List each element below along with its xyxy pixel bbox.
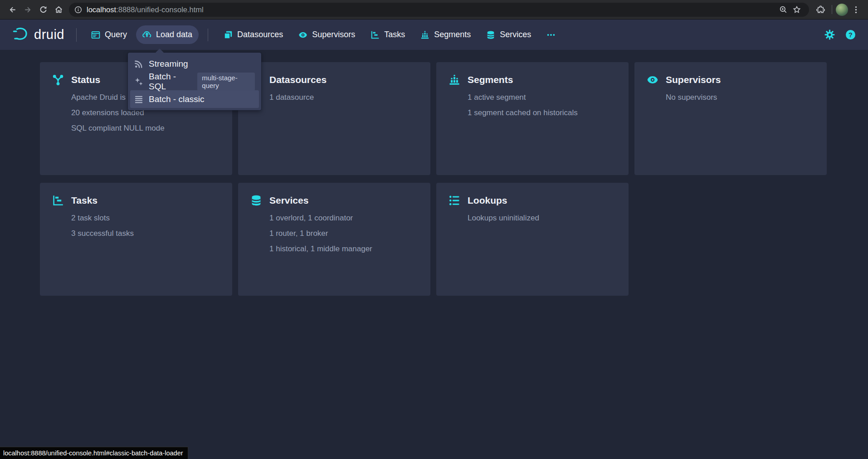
home-icon[interactable]	[51, 2, 66, 17]
card-lines: Lookups uninitialized	[468, 210, 629, 226]
card-title: Tasks	[71, 195, 98, 206]
toolbar-separator	[832, 5, 832, 14]
feed-icon	[134, 59, 143, 68]
menu-item-label: Batch - SQL	[149, 72, 192, 92]
menu-item-batch-sql[interactable]: Batch - SQLmulti-stage-query	[130, 73, 259, 90]
card-line: Lookups uninitialized	[468, 210, 629, 226]
menu-item-label: Streaming	[149, 59, 188, 69]
nav-item-label: Segments	[434, 30, 471, 39]
nav-item-label: Supervisors	[312, 30, 355, 39]
card-line: 1 historical, 1 middle manager	[269, 241, 430, 257]
nav-item-more[interactable]	[540, 26, 562, 44]
card-line: 2 task slots	[71, 210, 232, 226]
card-tasks[interactable]: Tasks2 task slots3 successful tasks	[40, 183, 232, 296]
nav-item-label: Load data	[156, 30, 192, 39]
database-icon	[250, 195, 262, 206]
nav-item-tasks[interactable]: Tasks	[364, 25, 411, 44]
status-graph-icon	[52, 74, 64, 86]
layers-icon	[224, 30, 233, 39]
nav-item-query[interactable]: Query	[85, 25, 133, 44]
link-status-bubble: localhost:8888/unified-console.html#clas…	[0, 447, 188, 459]
card-title: Segments	[468, 74, 513, 85]
nav-item-datasources[interactable]: Datasources	[217, 25, 289, 44]
card-lines: 1 overlord, 1 coordinator1 router, 1 bro…	[269, 210, 430, 257]
app-navbar: druid QueryLoad dataDatasourcesSuperviso…	[0, 20, 868, 50]
eye-icon	[647, 74, 658, 86]
url-host: localhost	[87, 5, 116, 14]
nav-item-label: Tasks	[384, 30, 405, 39]
menu-item-batch-classic[interactable]: Batch - classic	[130, 90, 259, 108]
forward-icon[interactable]	[20, 2, 35, 17]
browser-toolbar: localhost:8888/unified-console.html	[0, 0, 868, 20]
card-title: Supervisors	[666, 74, 721, 85]
card-services[interactable]: Services1 overlord, 1 coordinator1 route…	[238, 183, 430, 296]
nav-item-services[interactable]: Services	[480, 25, 537, 44]
card-header: Services	[238, 183, 430, 206]
menu-item-streaming[interactable]: Streaming	[130, 55, 259, 73]
card-line: 1 active segment	[468, 90, 629, 105]
druid-brand[interactable]: druid	[11, 25, 64, 44]
nav-item-label: Query	[105, 30, 127, 39]
navbar-items: QueryLoad dataDatasourcesSupervisorsTask…	[85, 25, 562, 44]
druid-logo-icon	[11, 25, 30, 44]
card-header: Supervisors	[634, 62, 827, 86]
brand-separator	[76, 28, 77, 42]
card-line: 1 datasource	[269, 90, 430, 105]
console-icon	[91, 30, 100, 39]
card-lookups[interactable]: LookupsLookups uninitialized	[436, 183, 629, 296]
card-line: 3 successful tasks	[71, 226, 232, 241]
browser-actions	[813, 2, 863, 17]
url-text: localhost:8888/unified-console.html	[87, 5, 204, 14]
bar-chart-icon	[449, 74, 460, 86]
menu-item-label: Batch - classic	[149, 94, 204, 104]
svg-text:?: ?	[848, 31, 853, 39]
address-bar[interactable]: localhost:8888/unified-console.html	[69, 3, 809, 17]
properties-icon	[449, 195, 460, 206]
bar-chart-icon	[420, 30, 429, 39]
extensions-icon[interactable]	[813, 2, 828, 17]
card-lines: 1 active segment1 segment cached on hist…	[468, 90, 629, 121]
card-header: Datasources	[238, 62, 430, 86]
card-line: 1 overlord, 1 coordinator	[269, 210, 430, 226]
url-path: :8888/unified-console.html	[116, 5, 204, 14]
card-line: SQL compliant NULL mode	[71, 121, 232, 136]
nav-item-label: Datasources	[237, 30, 283, 39]
eye-icon	[298, 30, 307, 39]
menu-item-badge: multi-stage-query	[197, 73, 255, 91]
card-lines: No supervisors	[666, 90, 827, 105]
card-supervisors[interactable]: SupervisorsNo supervisors	[634, 62, 827, 175]
list-icon	[134, 95, 143, 104]
card-lines: 2 task slots3 successful tasks	[71, 210, 232, 241]
card-title: Lookups	[468, 195, 507, 206]
site-info-icon[interactable]	[74, 6, 82, 14]
gantt-icon	[371, 30, 380, 39]
card-datasources[interactable]: Datasources1 datasource	[238, 62, 430, 175]
navbar-right: ?	[823, 28, 857, 42]
nav-item-load-data[interactable]: Load data	[136, 25, 199, 44]
profile-avatar[interactable]	[836, 4, 848, 16]
card-line: 1 router, 1 broker	[269, 226, 430, 241]
load-data-menu: StreamingBatch - SQLmulti-stage-queryBat…	[128, 53, 261, 110]
gantt-icon	[52, 195, 64, 206]
cloud-upload-icon	[142, 30, 151, 39]
nav-item-label: Services	[500, 30, 531, 39]
card-lines: 1 datasource	[269, 90, 430, 105]
card-header: Lookups	[436, 183, 629, 206]
navbar-separator	[208, 29, 208, 41]
more-icon	[546, 30, 556, 39]
database-icon	[486, 30, 495, 39]
browser-menu-icon[interactable]	[848, 2, 863, 17]
bookmark-star-icon[interactable]	[790, 3, 804, 16]
reload-icon[interactable]	[35, 2, 51, 17]
nav-item-supervisors[interactable]: Supervisors	[292, 25, 361, 44]
card-segments[interactable]: Segments1 active segment1 segment cached…	[436, 62, 629, 175]
back-icon[interactable]	[5, 2, 20, 17]
brand-name: druid	[34, 27, 64, 42]
settings-gear-icon[interactable]	[823, 28, 836, 42]
screen: localhost:8888/unified-console.html	[0, 0, 868, 459]
nav-item-segments[interactable]: Segments	[414, 25, 477, 44]
card-title: Status	[71, 74, 100, 85]
card-title: Datasources	[269, 74, 327, 85]
zoom-icon[interactable]	[776, 3, 790, 16]
help-icon[interactable]: ?	[844, 28, 857, 42]
